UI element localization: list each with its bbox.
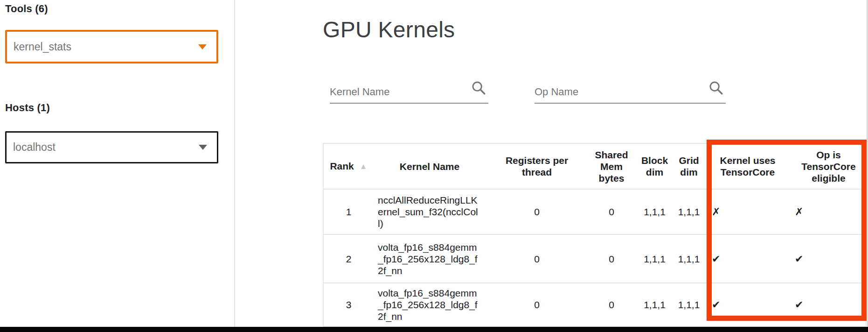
search-icon xyxy=(471,79,486,96)
column-header-registers-per-thread[interactable]: Registers per thread xyxy=(486,143,588,189)
op-name-input[interactable] xyxy=(535,86,726,98)
sidebar: Tools (6) kernel_stats Hosts (1) localho… xyxy=(0,0,235,327)
profiler-page: Tools (6) kernel_stats Hosts (1) localho… xyxy=(0,0,868,332)
cell-kernel-name: volta_fp16_s884gemm_fp16_256x128_ldg8_f2… xyxy=(374,283,486,326)
cell-kernel-name: volta_fp16_s884gemm_fp16_256x128_ldg8_f2… xyxy=(374,234,486,283)
cell-shared-mem-bytes: 0 xyxy=(588,283,635,326)
kernel-name-filter xyxy=(330,78,488,104)
column-header-block-dim[interactable]: Block dim xyxy=(635,143,674,189)
tools-select-value: kernel_stats xyxy=(14,41,71,53)
cell-rank: 3 xyxy=(323,283,374,326)
column-header-op-is-tensorcore-eligible[interactable]: Op is TensorCore eligible xyxy=(792,143,866,189)
cell-registers-per-thread: 0 xyxy=(486,283,588,326)
kernel-stats-table: Rank▲ Kernel Name Registers per thread S… xyxy=(323,143,866,327)
hosts-label: Hosts (1) xyxy=(5,102,50,114)
cell-rank: 1 xyxy=(323,189,374,234)
tools-label: Tools (6) xyxy=(5,3,48,15)
cell-grid-dim: 1,1,1 xyxy=(674,283,703,326)
column-header-shared-mem-bytes[interactable]: Shared Mem bytes xyxy=(588,143,635,189)
tools-select[interactable]: kernel_stats xyxy=(5,30,218,64)
cell-kernel-uses-tensorcore: ✗ xyxy=(703,189,792,234)
cell-block-dim: 1,1,1 xyxy=(635,234,674,283)
cell-block-dim: 1,1,1 xyxy=(635,283,674,326)
table-row: 2volta_fp16_s884gemm_fp16_256x128_ldg8_f… xyxy=(323,234,866,283)
chevron-down-icon xyxy=(198,44,207,49)
column-header-kernel-name[interactable]: Kernel Name xyxy=(374,143,486,189)
column-header-kernel-uses-tensorcore[interactable]: Kernel uses TensorCore xyxy=(703,143,792,189)
bottom-bar xyxy=(0,327,868,332)
cell-op-is-tensorcore-eligible: ✔ xyxy=(792,234,866,283)
hosts-select[interactable]: localhost xyxy=(5,131,218,163)
chevron-down-icon xyxy=(199,145,207,150)
cell-kernel-uses-tensorcore: ✔ xyxy=(703,234,792,283)
cell-grid-dim: 1,1,1 xyxy=(674,234,703,283)
sort-ascending-icon: ▲ xyxy=(360,161,368,172)
cell-op-is-tensorcore-eligible: ✗ xyxy=(792,189,866,234)
table-header-row: Rank▲ Kernel Name Registers per thread S… xyxy=(323,143,866,189)
op-name-filter xyxy=(535,78,726,104)
cell-grid-dim: 1,1,1 xyxy=(674,189,703,234)
search-icon xyxy=(708,79,724,96)
table-body: 1ncclAllReduceRingLLKernel_sum_f32(ncclC… xyxy=(323,189,866,326)
page-title: GPU Kernels xyxy=(323,17,455,42)
cell-op-is-tensorcore-eligible: ✔ xyxy=(792,283,866,326)
column-header-rank[interactable]: Rank▲ xyxy=(323,143,374,189)
kernel-name-input[interactable] xyxy=(330,86,488,98)
main-content: GPU Kernels Rank▲ xyxy=(235,0,867,327)
cell-shared-mem-bytes: 0 xyxy=(588,234,635,283)
table-row: 1ncclAllReduceRingLLKernel_sum_f32(ncclC… xyxy=(323,189,866,234)
cell-shared-mem-bytes: 0 xyxy=(588,189,635,234)
cell-registers-per-thread: 0 xyxy=(486,234,588,283)
rank-header-label: Rank xyxy=(330,161,354,171)
cell-registers-per-thread: 0 xyxy=(486,189,588,234)
cell-rank: 2 xyxy=(323,234,374,283)
cell-kernel-uses-tensorcore: ✔ xyxy=(703,283,792,326)
cell-kernel-name: ncclAllReduceRingLLKernel_sum_f32(ncclCo… xyxy=(374,189,486,234)
column-header-grid-dim[interactable]: Grid dim xyxy=(674,143,703,189)
hosts-select-value: localhost xyxy=(13,141,56,154)
cell-block-dim: 1,1,1 xyxy=(635,189,674,234)
table-row: 3volta_fp16_s884gemm_fp16_256x128_ldg8_f… xyxy=(323,283,866,326)
